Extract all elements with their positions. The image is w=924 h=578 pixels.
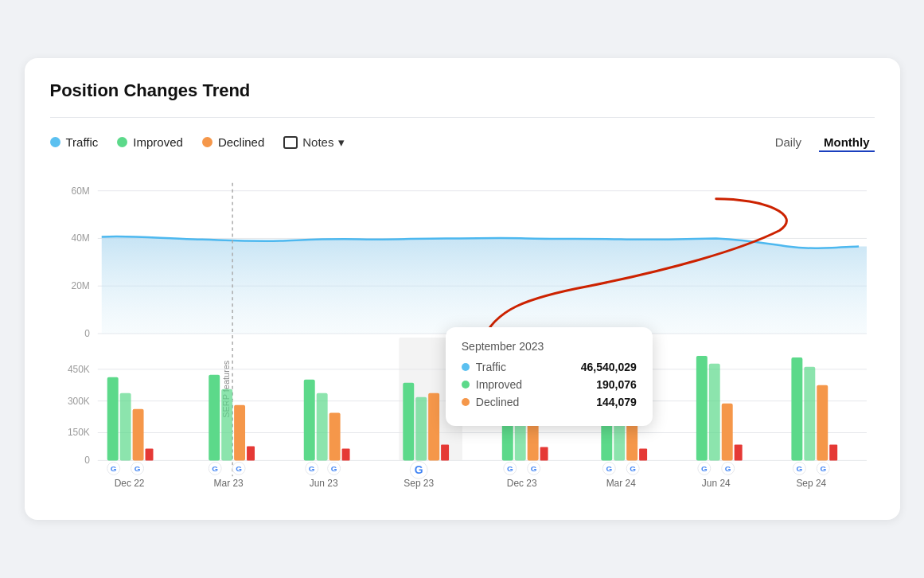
svg-text:G: G bbox=[308, 464, 314, 473]
x-label-mar24: Mar 24 bbox=[606, 478, 636, 489]
x-label-sep23: Sep 23 bbox=[404, 478, 434, 489]
svg-text:G: G bbox=[330, 464, 337, 473]
chart-area: 60M 40M 20M 0 SERP features 450K 300K 15… bbox=[50, 166, 875, 501]
svg-rect-74 bbox=[829, 444, 837, 460]
declined-dot bbox=[202, 137, 212, 147]
svg-rect-32 bbox=[303, 380, 314, 461]
tooltip-row-improved: Improved 190,076 bbox=[462, 378, 637, 391]
svg-text:450K: 450K bbox=[67, 364, 89, 375]
notes-icon bbox=[283, 136, 298, 149]
svg-text:G: G bbox=[212, 464, 218, 473]
monthly-button[interactable]: Monthly bbox=[819, 132, 875, 152]
tooltip-improved-dot bbox=[462, 381, 470, 389]
svg-rect-72 bbox=[804, 367, 815, 461]
svg-text:G: G bbox=[630, 464, 636, 473]
x-label-dec22: Dec 22 bbox=[114, 478, 144, 489]
svg-rect-44 bbox=[441, 444, 449, 460]
svg-text:G: G bbox=[236, 464, 242, 473]
legend-improved: Improved bbox=[117, 135, 183, 149]
svg-rect-27 bbox=[247, 446, 255, 460]
svg-text:G: G bbox=[820, 464, 826, 473]
svg-rect-58 bbox=[639, 448, 647, 460]
bar-group-jun24: G G Jun 24 bbox=[696, 356, 742, 489]
svg-text:G: G bbox=[134, 464, 140, 473]
tooltip-improved-value: 190,076 bbox=[596, 378, 637, 391]
traffic-dot bbox=[50, 137, 60, 147]
svg-rect-43 bbox=[428, 393, 439, 461]
page-title: Position Changes Trend bbox=[50, 80, 875, 101]
svg-rect-17 bbox=[119, 393, 131, 461]
declined-label: Declined bbox=[218, 135, 264, 149]
svg-rect-19 bbox=[145, 448, 153, 460]
svg-text:G: G bbox=[796, 464, 802, 473]
tooltip-declined-value: 144,079 bbox=[596, 396, 637, 408]
svg-text:G: G bbox=[700, 464, 707, 473]
legend-row: Traffic Improved Declined Notes ▾ Daily … bbox=[50, 132, 875, 152]
svg-rect-25 bbox=[221, 389, 232, 461]
tooltip-traffic-label: Traffic bbox=[476, 361, 575, 373]
svg-text:0: 0 bbox=[84, 328, 90, 339]
tooltip-row-traffic: Traffic 46,540,029 bbox=[462, 361, 637, 373]
x-label-jun23: Jun 23 bbox=[309, 478, 337, 489]
svg-rect-26 bbox=[234, 405, 245, 461]
svg-rect-50 bbox=[540, 447, 548, 460]
svg-rect-41 bbox=[403, 383, 414, 461]
x-label-sep24: Sep 24 bbox=[796, 478, 826, 489]
svg-rect-42 bbox=[415, 397, 427, 461]
notes-button[interactable]: Notes ▾ bbox=[283, 135, 345, 150]
legend-traffic: Traffic bbox=[50, 135, 99, 149]
bar-group-sep24: G G Sep 24 bbox=[791, 357, 837, 489]
svg-text:300K: 300K bbox=[67, 396, 89, 407]
daily-button[interactable]: Daily bbox=[770, 132, 806, 152]
svg-rect-66 bbox=[734, 444, 742, 460]
tooltip-date: September 2023 bbox=[462, 340, 637, 353]
svg-text:G: G bbox=[530, 464, 536, 473]
bar-group-mar23: G G Mar 23 bbox=[209, 375, 255, 489]
tooltip-declined-dot bbox=[462, 398, 470, 406]
notes-chevron: ▾ bbox=[338, 135, 345, 150]
tooltip-row-declined: Declined 144,079 bbox=[462, 396, 637, 408]
svg-rect-33 bbox=[316, 393, 327, 461]
svg-text:20M: 20M bbox=[71, 280, 89, 291]
svg-text:40M: 40M bbox=[71, 232, 89, 244]
tooltip-traffic-value: 46,540,029 bbox=[581, 361, 637, 373]
svg-text:0: 0 bbox=[84, 455, 90, 466]
svg-text:G: G bbox=[724, 464, 731, 473]
svg-rect-71 bbox=[791, 357, 802, 461]
x-label-jun24: Jun 24 bbox=[701, 478, 730, 489]
legend-declined: Declined bbox=[202, 135, 264, 149]
svg-text:G: G bbox=[414, 463, 423, 476]
svg-text:G: G bbox=[506, 464, 513, 473]
tooltip-declined-label: Declined bbox=[476, 396, 590, 408]
notes-label: Notes bbox=[302, 135, 333, 149]
tooltip-traffic-dot bbox=[462, 363, 470, 371]
traffic-area bbox=[101, 236, 866, 334]
svg-text:G: G bbox=[606, 464, 612, 473]
tooltip: September 2023 Traffic 46,540,029 Improv… bbox=[446, 327, 653, 426]
svg-rect-16 bbox=[107, 377, 118, 461]
improved-dot bbox=[117, 137, 127, 147]
chart-card: Position Changes Trend Traffic Improved … bbox=[25, 58, 900, 520]
svg-rect-63 bbox=[696, 356, 707, 460]
svg-text:G: G bbox=[110, 464, 116, 473]
svg-rect-35 bbox=[341, 448, 349, 460]
x-label-dec23: Dec 23 bbox=[506, 478, 536, 489]
svg-rect-34 bbox=[329, 413, 340, 461]
svg-rect-18 bbox=[132, 409, 143, 461]
improved-label: Improved bbox=[133, 135, 183, 149]
svg-text:60M: 60M bbox=[71, 186, 89, 197]
svg-rect-73 bbox=[817, 385, 828, 461]
bar-group-jun23: G G Jun 23 bbox=[303, 380, 349, 489]
svg-rect-64 bbox=[708, 364, 719, 461]
tooltip-improved-label: Improved bbox=[476, 378, 590, 391]
x-label-mar23: Mar 23 bbox=[213, 478, 244, 489]
svg-text:150K: 150K bbox=[67, 428, 89, 439]
svg-rect-65 bbox=[721, 404, 732, 461]
bar-group-dec22: G G Dec 22 bbox=[107, 377, 153, 489]
period-controls: Daily Monthly bbox=[770, 132, 875, 152]
traffic-label: Traffic bbox=[66, 135, 99, 149]
divider bbox=[50, 117, 875, 118]
svg-rect-24 bbox=[209, 375, 220, 461]
